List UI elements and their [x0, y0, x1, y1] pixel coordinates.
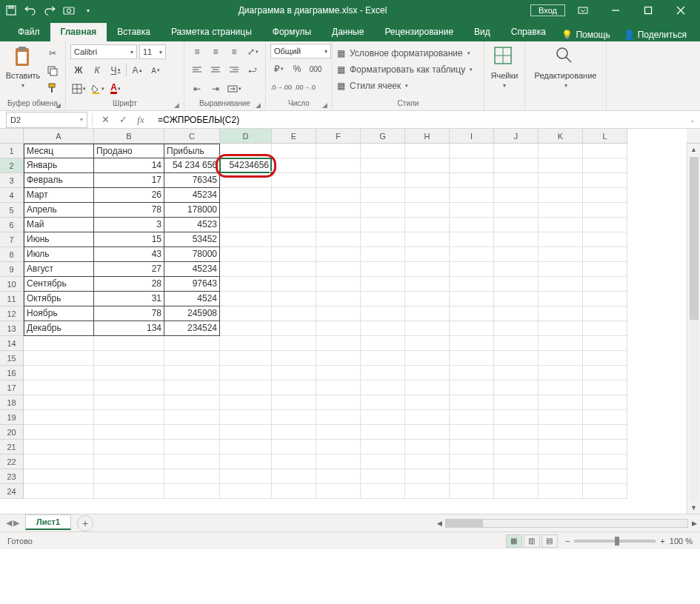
cell[interactable] [583, 351, 627, 366]
cell[interactable] [272, 410, 316, 425]
column-header[interactable]: K [539, 129, 583, 144]
cell[interactable] [405, 380, 450, 395]
cell[interactable] [164, 454, 220, 469]
cell[interactable] [539, 188, 583, 203]
cell[interactable] [405, 277, 450, 292]
cell[interactable]: Июль [24, 247, 94, 262]
cell[interactable] [94, 484, 164, 499]
cell[interactable] [494, 336, 539, 351]
cell[interactable] [583, 454, 627, 469]
cell[interactable] [220, 410, 272, 425]
normal-view-icon[interactable]: ▦ [506, 534, 522, 548]
cell[interactable] [220, 203, 272, 218]
cell[interactable] [220, 247, 272, 262]
cell[interactable] [405, 366, 450, 380]
cell[interactable] [272, 469, 316, 484]
cell[interactable] [539, 247, 583, 262]
enter-formula-icon[interactable]: ✓ [115, 113, 131, 127]
tab-insert[interactable]: Вставка [107, 23, 161, 41]
cell[interactable] [164, 380, 220, 395]
cell[interactable] [94, 410, 164, 425]
cell[interactable] [494, 144, 539, 158]
cell[interactable] [164, 440, 220, 454]
cell[interactable] [450, 380, 494, 395]
cell[interactable] [220, 454, 272, 469]
tab-file[interactable]: Файл [7, 23, 50, 41]
row-header[interactable]: 3 [0, 173, 24, 188]
cell[interactable] [450, 292, 494, 306]
cell[interactable] [272, 232, 316, 247]
cell[interactable] [494, 321, 539, 336]
column-header[interactable]: B [94, 129, 164, 144]
cell[interactable] [450, 425, 494, 440]
merge-button[interactable]: ▾ [226, 81, 242, 96]
sheet-tab-active[interactable]: Лист1 [25, 514, 71, 530]
select-all-corner[interactable] [0, 129, 24, 144]
cell[interactable] [405, 188, 450, 203]
cell[interactable] [94, 351, 164, 366]
cell[interactable] [450, 366, 494, 380]
cell[interactable] [494, 262, 539, 277]
cell[interactable] [272, 144, 316, 158]
cell[interactable] [220, 232, 272, 247]
cell[interactable] [539, 218, 583, 232]
row-header[interactable]: 17 [0, 380, 24, 395]
copy-icon[interactable] [44, 63, 61, 79]
cell[interactable] [494, 188, 539, 203]
cell[interactable] [164, 410, 220, 425]
align-right-icon[interactable] [226, 63, 242, 78]
align-left-icon[interactable] [189, 63, 205, 78]
sign-in-button[interactable]: Вход [530, 4, 565, 16]
cell[interactable] [272, 454, 316, 469]
cell[interactable] [361, 203, 405, 218]
cell[interactable] [94, 366, 164, 380]
cell[interactable] [316, 351, 361, 366]
wrap-text-icon[interactable]: ⮐ [244, 63, 261, 78]
row-header[interactable]: 20 [0, 425, 24, 440]
cell[interactable]: 15 [94, 232, 164, 247]
close-icon[interactable] [666, 1, 696, 19]
cell[interactable] [361, 188, 405, 203]
cell[interactable] [583, 366, 627, 380]
cell[interactable] [220, 262, 272, 277]
cell[interactable] [405, 173, 450, 188]
cell[interactable] [272, 321, 316, 336]
cells-button[interactable]: Ячейки ▾ [488, 44, 521, 90]
cell[interactable] [539, 410, 583, 425]
cell[interactable] [539, 203, 583, 218]
cell[interactable] [405, 440, 450, 454]
cell[interactable] [405, 425, 450, 440]
number-format-combo[interactable]: Общий▾ [270, 44, 331, 58]
cell[interactable] [405, 218, 450, 232]
prev-sheet-icon[interactable]: ◀ [6, 518, 12, 528]
cell[interactable] [220, 440, 272, 454]
cell[interactable]: 134 [94, 321, 164, 336]
cell[interactable] [316, 336, 361, 351]
cell[interactable] [361, 158, 405, 173]
cell[interactable] [316, 395, 361, 410]
cell[interactable] [361, 262, 405, 277]
comma-format-icon[interactable]: 000 [307, 61, 324, 76]
row-header[interactable]: 8 [0, 247, 24, 262]
cell[interactable] [361, 277, 405, 292]
cell[interactable] [583, 484, 627, 499]
cell[interactable] [450, 321, 494, 336]
cell[interactable] [539, 262, 583, 277]
row-header[interactable]: 7 [0, 232, 24, 247]
save-icon[interactable] [4, 4, 18, 17]
cell[interactable] [164, 469, 220, 484]
cell[interactable] [361, 336, 405, 351]
italic-button[interactable]: К [89, 63, 105, 78]
cell[interactable] [316, 380, 361, 395]
accounting-format-icon[interactable]: ₽▾ [270, 61, 287, 76]
cell[interactable] [494, 469, 539, 484]
row-header[interactable]: 18 [0, 395, 24, 410]
cell[interactable] [94, 395, 164, 410]
cell[interactable] [94, 336, 164, 351]
cell[interactable] [164, 484, 220, 499]
cell[interactable] [450, 232, 494, 247]
cell[interactable] [539, 380, 583, 395]
cell[interactable] [24, 380, 94, 395]
page-break-view-icon[interactable]: ▤ [541, 534, 558, 548]
column-header[interactable]: C [164, 129, 220, 144]
